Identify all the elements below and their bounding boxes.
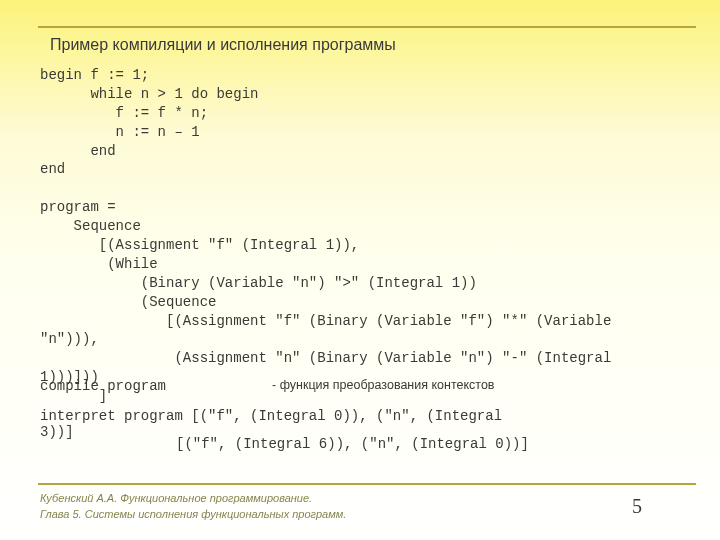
footer-chapter: Глава 5. Системы исполнения функциональн…: [40, 507, 346, 522]
top-divider: [38, 26, 696, 28]
page-number: 5: [632, 495, 642, 518]
compile-expression: compile program: [40, 378, 166, 394]
result-expression: [("f", (Integral 6)), ("n", (Integral 0)…: [176, 436, 529, 452]
compile-comment: - функция преобразования контекстов: [272, 378, 495, 392]
slide-title: Пример компиляции и исполнения программы: [50, 36, 396, 54]
bottom-divider: [38, 483, 696, 485]
footer-text: Кубенский А.А. Функциональное программир…: [40, 491, 346, 522]
footer-author: Кубенский А.А. Функциональное программир…: [40, 491, 346, 506]
code-block: begin f := 1; while n > 1 do begin f := …: [40, 66, 690, 406]
